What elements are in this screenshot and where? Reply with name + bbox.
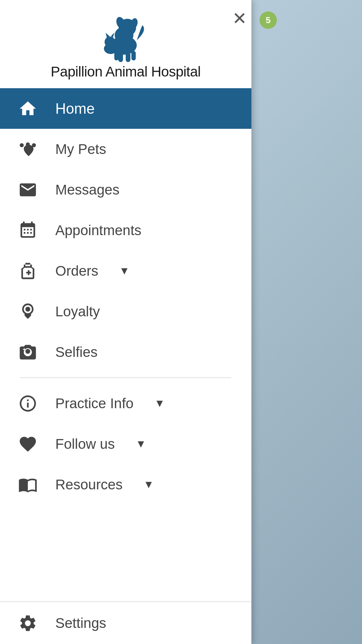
- home-icon: [17, 98, 39, 119]
- sidebar-item-home[interactable]: Home: [0, 88, 251, 129]
- practice-info-chevron: ▼: [154, 397, 165, 410]
- messages-label: Messages: [55, 182, 119, 198]
- heart-icon: [17, 433, 39, 455]
- logo-area: Papillion Animal Hospital: [0, 0, 251, 88]
- nav-spacer: [0, 505, 251, 601]
- loyalty-label: Loyalty: [55, 304, 100, 320]
- settings-label: Settings: [55, 615, 106, 631]
- svg-point-11: [105, 37, 115, 47]
- svg-rect-7: [126, 52, 130, 62]
- notification-badge: 5: [259, 11, 277, 29]
- info-circle-icon: [17, 392, 39, 414]
- paw-icon: [17, 138, 39, 160]
- close-button[interactable]: ✕: [228, 7, 251, 30]
- app-logo: [99, 10, 153, 64]
- sidebar-item-settings[interactable]: Settings: [0, 601, 251, 644]
- loyalty-icon: [17, 301, 39, 322]
- sidebar-item-appointments[interactable]: Appointments: [0, 210, 251, 251]
- sidebar-item-messages[interactable]: Messages: [0, 169, 251, 210]
- nav-divider: [20, 377, 231, 378]
- sidebar-item-selfies[interactable]: Selfies: [0, 332, 251, 372]
- app-title: Papillion Animal Hospital: [51, 64, 200, 80]
- home-label: Home: [55, 100, 95, 117]
- calendar-icon: [17, 219, 39, 241]
- camera-star-icon: [17, 341, 39, 363]
- notification-area: 5: [255, 7, 282, 34]
- practice-info-label: Practice Info: [55, 395, 133, 412]
- book-open-icon: [17, 474, 39, 495]
- orders-label: Orders: [55, 263, 98, 279]
- selfies-label: Selfies: [55, 344, 98, 360]
- sidebar-item-follow-us[interactable]: Follow us ▼: [0, 424, 251, 464]
- orders-chevron: ▼: [119, 265, 130, 277]
- svg-rect-6: [118, 52, 123, 62]
- follow-us-chevron: ▼: [135, 438, 146, 450]
- notification-count: 5: [266, 15, 270, 25]
- svg-rect-9: [131, 51, 136, 60]
- my-pets-label: My Pets: [55, 141, 106, 157]
- resources-label: Resources: [55, 477, 123, 493]
- sidebar-item-practice-info[interactable]: Practice Info ▼: [0, 383, 251, 424]
- resources-chevron: ▼: [143, 478, 154, 491]
- sidebar-item-my-pets[interactable]: My Pets: [0, 129, 251, 169]
- bottle-icon: [17, 260, 39, 282]
- envelope-icon: [17, 179, 39, 201]
- sidebar-item-resources[interactable]: Resources ▼: [0, 464, 251, 505]
- sidebar-item-loyalty[interactable]: Loyalty: [0, 291, 251, 332]
- gear-icon: [17, 612, 39, 634]
- navigation-drawer: Papillion Animal Hospital Home My Pets M…: [0, 0, 251, 644]
- appointments-label: Appointments: [55, 222, 141, 238]
- follow-us-label: Follow us: [55, 436, 115, 452]
- svg-point-5: [126, 29, 134, 35]
- sidebar-item-orders[interactable]: Orders ▼: [0, 251, 251, 291]
